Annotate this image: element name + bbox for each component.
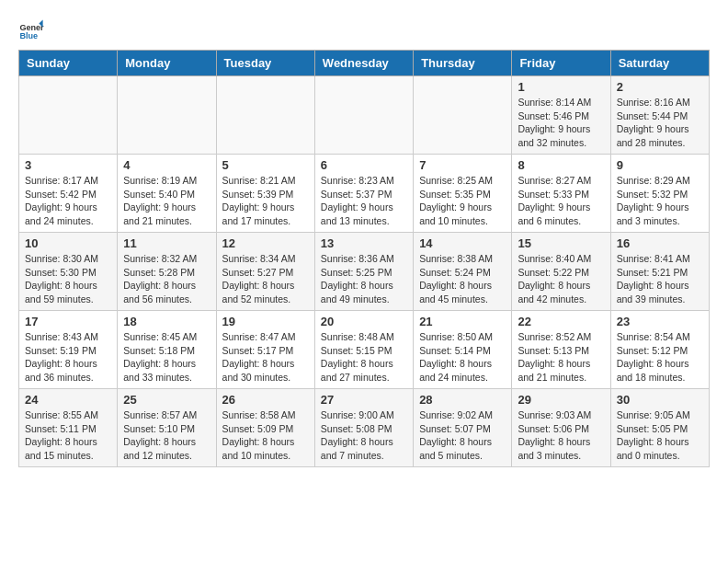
day-detail: Sunrise: 8:54 AM Sunset: 5:12 PM Dayligh…: [617, 330, 703, 385]
day-cell: 19Sunrise: 8:47 AM Sunset: 5:17 PM Dayli…: [216, 311, 314, 389]
day-cell: 24Sunrise: 8:55 AM Sunset: 5:11 PM Dayli…: [19, 389, 118, 467]
day-number: 1: [518, 80, 604, 94]
day-detail: Sunrise: 9:02 AM Sunset: 5:07 PM Dayligh…: [419, 408, 506, 463]
day-cell: 1Sunrise: 8:14 AM Sunset: 5:46 PM Daylig…: [512, 76, 610, 155]
day-number: 30: [617, 393, 703, 407]
day-cell: 27Sunrise: 9:00 AM Sunset: 5:08 PM Dayli…: [314, 389, 413, 467]
day-cell: 11Sunrise: 8:32 AM Sunset: 5:28 PM Dayli…: [118, 233, 216, 311]
day-number: 28: [419, 393, 506, 407]
header-thursday: Thursday: [414, 51, 512, 76]
day-cell: [118, 76, 216, 155]
day-cell: 16Sunrise: 8:41 AM Sunset: 5:21 PM Dayli…: [610, 233, 709, 311]
day-detail: Sunrise: 8:21 AM Sunset: 5:39 PM Dayligh…: [222, 174, 309, 228]
header-saturday: Saturday: [610, 51, 709, 76]
day-cell: 28Sunrise: 9:02 AM Sunset: 5:07 PM Dayli…: [414, 389, 512, 467]
day-cell: [216, 76, 314, 155]
day-cell: 12Sunrise: 8:34 AM Sunset: 5:27 PM Dayli…: [216, 233, 314, 311]
day-detail: Sunrise: 9:05 AM Sunset: 5:05 PM Dayligh…: [617, 408, 703, 463]
day-number: 11: [123, 236, 210, 250]
day-detail: Sunrise: 9:03 AM Sunset: 5:06 PM Dayligh…: [518, 408, 604, 463]
day-detail: Sunrise: 8:23 AM Sunset: 5:37 PM Dayligh…: [321, 174, 407, 228]
day-cell: 7Sunrise: 8:25 AM Sunset: 5:35 PM Daylig…: [414, 155, 512, 233]
day-number: 18: [123, 315, 210, 328]
day-number: 21: [419, 315, 506, 328]
day-detail: Sunrise: 8:43 AM Sunset: 5:19 PM Dayligh…: [25, 330, 111, 385]
day-number: 20: [321, 315, 407, 328]
day-number: 6: [321, 158, 407, 172]
day-cell: [19, 76, 118, 155]
day-detail: Sunrise: 8:48 AM Sunset: 5:15 PM Dayligh…: [321, 330, 407, 385]
day-number: 15: [518, 236, 604, 250]
day-number: 24: [25, 393, 111, 407]
day-detail: Sunrise: 8:41 AM Sunset: 5:21 PM Dayligh…: [617, 252, 703, 306]
day-detail: Sunrise: 8:27 AM Sunset: 5:33 PM Dayligh…: [518, 174, 604, 228]
day-number: 7: [419, 158, 506, 172]
header-friday: Friday: [512, 51, 610, 76]
day-detail: Sunrise: 8:55 AM Sunset: 5:11 PM Dayligh…: [25, 408, 111, 463]
day-number: 13: [321, 236, 407, 250]
day-cell: 8Sunrise: 8:27 AM Sunset: 5:33 PM Daylig…: [512, 155, 610, 233]
calendar-table: SundayMondayTuesdayWednesdayThursdayFrid…: [18, 50, 710, 467]
week-row-2: 3Sunrise: 8:17 AM Sunset: 5:42 PM Daylig…: [19, 155, 710, 233]
day-detail: Sunrise: 8:52 AM Sunset: 5:13 PM Dayligh…: [518, 330, 604, 385]
day-detail: Sunrise: 8:14 AM Sunset: 5:46 PM Dayligh…: [518, 96, 604, 150]
day-number: 22: [518, 315, 604, 328]
day-cell: 4Sunrise: 8:19 AM Sunset: 5:40 PM Daylig…: [118, 155, 216, 233]
day-detail: Sunrise: 8:34 AM Sunset: 5:27 PM Dayligh…: [222, 252, 309, 306]
day-number: 5: [222, 158, 309, 172]
day-number: 26: [222, 393, 309, 407]
day-number: 19: [222, 315, 309, 328]
day-cell: 30Sunrise: 9:05 AM Sunset: 5:05 PM Dayli…: [610, 389, 709, 467]
header-wednesday: Wednesday: [314, 51, 413, 76]
day-cell: 13Sunrise: 8:36 AM Sunset: 5:25 PM Dayli…: [314, 233, 413, 311]
day-cell: 17Sunrise: 8:43 AM Sunset: 5:19 PM Dayli…: [19, 311, 118, 389]
calendar-header-row: SundayMondayTuesdayWednesdayThursdayFrid…: [19, 51, 710, 76]
day-cell: 15Sunrise: 8:40 AM Sunset: 5:22 PM Dayli…: [512, 233, 610, 311]
logo-icon: General Blue: [18, 18, 44, 44]
day-cell: [414, 76, 512, 155]
day-number: 8: [518, 158, 604, 172]
day-number: 10: [25, 236, 111, 250]
day-cell: 3Sunrise: 8:17 AM Sunset: 5:42 PM Daylig…: [19, 155, 118, 233]
day-detail: Sunrise: 8:36 AM Sunset: 5:25 PM Dayligh…: [321, 252, 407, 306]
week-row-1: 1Sunrise: 8:14 AM Sunset: 5:46 PM Daylig…: [19, 76, 710, 155]
day-cell: 23Sunrise: 8:54 AM Sunset: 5:12 PM Dayli…: [610, 311, 709, 389]
week-row-5: 24Sunrise: 8:55 AM Sunset: 5:11 PM Dayli…: [19, 389, 710, 467]
day-detail: Sunrise: 8:30 AM Sunset: 5:30 PM Dayligh…: [25, 252, 111, 306]
day-cell: 10Sunrise: 8:30 AM Sunset: 5:30 PM Dayli…: [19, 233, 118, 311]
day-number: 27: [321, 393, 407, 407]
day-cell: 20Sunrise: 8:48 AM Sunset: 5:15 PM Dayli…: [314, 311, 413, 389]
day-detail: Sunrise: 8:17 AM Sunset: 5:42 PM Dayligh…: [25, 174, 111, 228]
svg-text:Blue: Blue: [19, 31, 38, 40]
day-detail: Sunrise: 8:38 AM Sunset: 5:24 PM Dayligh…: [419, 252, 506, 306]
day-detail: Sunrise: 8:57 AM Sunset: 5:10 PM Dayligh…: [123, 408, 210, 463]
day-detail: Sunrise: 8:50 AM Sunset: 5:14 PM Dayligh…: [419, 330, 506, 385]
day-detail: Sunrise: 8:16 AM Sunset: 5:44 PM Dayligh…: [617, 96, 703, 150]
day-cell: 9Sunrise: 8:29 AM Sunset: 5:32 PM Daylig…: [610, 155, 709, 233]
day-cell: 5Sunrise: 8:21 AM Sunset: 5:39 PM Daylig…: [216, 155, 314, 233]
day-number: 3: [25, 158, 111, 172]
day-detail: Sunrise: 8:58 AM Sunset: 5:09 PM Dayligh…: [222, 408, 309, 463]
day-detail: Sunrise: 8:19 AM Sunset: 5:40 PM Dayligh…: [123, 174, 210, 228]
day-number: 12: [222, 236, 309, 250]
header-tuesday: Tuesday: [216, 51, 314, 76]
day-cell: 14Sunrise: 8:38 AM Sunset: 5:24 PM Dayli…: [414, 233, 512, 311]
day-number: 9: [617, 158, 703, 172]
header-row: General Blue: [18, 18, 710, 44]
day-cell: 6Sunrise: 8:23 AM Sunset: 5:37 PM Daylig…: [314, 155, 413, 233]
day-cell: 29Sunrise: 9:03 AM Sunset: 5:06 PM Dayli…: [512, 389, 610, 467]
header-monday: Monday: [118, 51, 216, 76]
day-number: 16: [617, 236, 703, 250]
page-container: General Blue SundayMondayTuesdayWednesda…: [0, 0, 728, 477]
day-cell: 22Sunrise: 8:52 AM Sunset: 5:13 PM Dayli…: [512, 311, 610, 389]
day-detail: Sunrise: 8:25 AM Sunset: 5:35 PM Dayligh…: [419, 174, 506, 228]
day-cell: 18Sunrise: 8:45 AM Sunset: 5:18 PM Dayli…: [118, 311, 216, 389]
day-cell: 25Sunrise: 8:57 AM Sunset: 5:10 PM Dayli…: [118, 389, 216, 467]
day-cell: 26Sunrise: 8:58 AM Sunset: 5:09 PM Dayli…: [216, 389, 314, 467]
day-detail: Sunrise: 8:47 AM Sunset: 5:17 PM Dayligh…: [222, 330, 309, 385]
day-detail: Sunrise: 9:00 AM Sunset: 5:08 PM Dayligh…: [321, 408, 407, 463]
week-row-3: 10Sunrise: 8:30 AM Sunset: 5:30 PM Dayli…: [19, 233, 710, 311]
day-number: 14: [419, 236, 506, 250]
day-cell: 21Sunrise: 8:50 AM Sunset: 5:14 PM Dayli…: [414, 311, 512, 389]
day-number: 29: [518, 393, 604, 407]
